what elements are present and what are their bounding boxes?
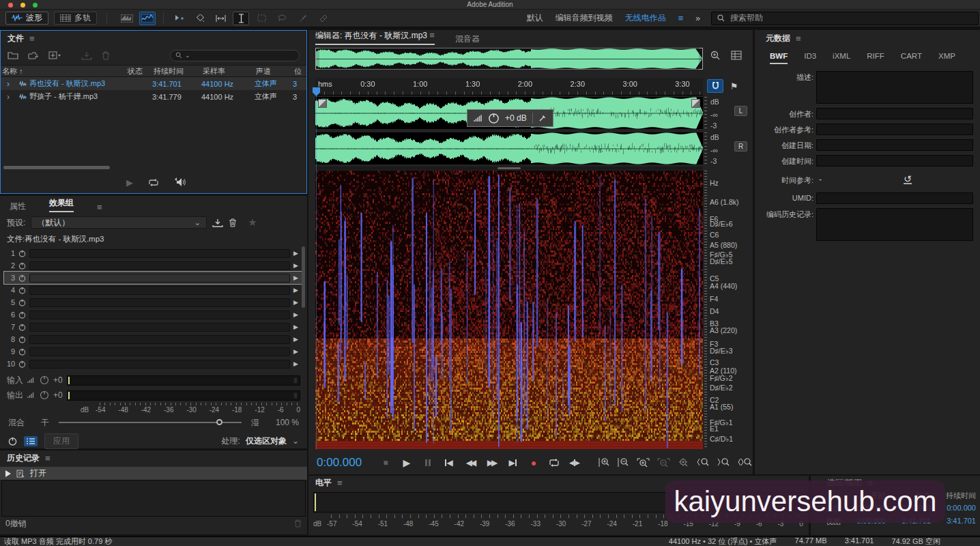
time-ref-reset-icon[interactable]: ↺ xyxy=(904,175,912,184)
create-date-field[interactable] xyxy=(816,139,973,151)
process-value[interactable]: 仅选区对象 xyxy=(246,435,287,447)
preset-select[interactable]: （默认） ⌄ xyxy=(31,216,207,229)
metadata-tab[interactable]: iXML xyxy=(833,52,850,64)
levels-panel-menu-icon[interactable]: ≡ xyxy=(337,478,343,488)
create-time-field[interactable] xyxy=(816,155,973,167)
effect-slot[interactable]: 6 ▶ xyxy=(4,308,303,321)
marker-flag-icon[interactable]: ⚑ xyxy=(730,81,738,91)
slot-arrow-icon[interactable]: ▶ xyxy=(293,250,300,257)
lasso-selection-tool[interactable] xyxy=(274,12,290,25)
editor-grid-icon[interactable] xyxy=(731,51,742,60)
zoom-in-right-edge-icon[interactable] xyxy=(717,457,730,468)
hud-gain-knob-icon[interactable] xyxy=(488,113,500,124)
zoom-in-left-edge-icon[interactable] xyxy=(697,457,710,468)
right-channel-button[interactable]: R xyxy=(734,141,747,152)
tab-mixer[interactable]: 混音器 xyxy=(455,33,480,45)
creator-field[interactable] xyxy=(816,108,973,119)
ibeam-tool[interactable] xyxy=(233,12,249,25)
history-panel-menu-icon[interactable]: ≡ xyxy=(45,453,51,463)
timeline-ruler[interactable]: hms 0:301:001:302:002:303:003:30 xyxy=(315,78,703,96)
zoom-reset-icon[interactable] xyxy=(678,457,689,468)
trash-icon[interactable] xyxy=(102,51,110,60)
rack-list-toggle-icon[interactable] xyxy=(24,436,38,446)
files-panel-menu-icon[interactable]: ≡ xyxy=(29,33,35,44)
output-gain-knob-icon[interactable] xyxy=(40,390,49,400)
effect-slot-field[interactable] xyxy=(29,311,290,319)
hud-gain-value[interactable]: +0 dB xyxy=(505,113,527,123)
divider-grip[interactable] xyxy=(498,167,521,169)
effect-slot-field[interactable] xyxy=(29,249,290,258)
power-toggle-icon[interactable] xyxy=(18,324,26,331)
effect-slot[interactable]: 9 ▶ xyxy=(4,345,303,358)
power-toggle-icon[interactable] xyxy=(18,360,26,368)
col-name[interactable]: 名称 ↑ xyxy=(1,66,126,76)
paintbrush-tool[interactable] xyxy=(294,12,311,25)
effect-slot[interactable]: 3 ▶ xyxy=(4,272,303,284)
zoom-out-full-icon[interactable] xyxy=(657,457,670,468)
slot-arrow-icon[interactable]: ▶ xyxy=(293,287,300,293)
stop-button[interactable]: ■ xyxy=(379,458,392,468)
snap-toggle-button[interactable] xyxy=(707,79,723,93)
col-duration[interactable]: 持续时间 xyxy=(152,66,201,76)
effect-slot[interactable]: 8 ▶ xyxy=(4,333,303,345)
hud-pin-icon[interactable] xyxy=(538,114,547,122)
rewind-button[interactable]: ◀◀ xyxy=(464,458,476,468)
col-bit[interactable]: 位 xyxy=(293,66,302,76)
creator-ref-field[interactable] xyxy=(816,124,973,135)
workspace-overflow-icon[interactable]: » xyxy=(695,14,699,23)
zoom-out-time-icon[interactable] xyxy=(618,457,629,468)
show-spectrum-toggle[interactable] xyxy=(139,12,156,25)
effect-slot[interactable]: 1 ▶ xyxy=(4,247,303,259)
spot-healing-tool[interactable] xyxy=(315,12,331,25)
rack-power-icon[interactable] xyxy=(8,437,17,446)
move-tool[interactable] xyxy=(171,12,188,25)
effect-slot[interactable]: 7 ▶ xyxy=(4,321,303,333)
spectral-frequency-display[interactable] xyxy=(315,171,703,449)
coding-history-field[interactable] xyxy=(816,208,973,241)
effect-slot[interactable]: 2 ▶ xyxy=(4,259,303,272)
metadata-tab[interactable]: BWF xyxy=(770,52,788,64)
files-search-input[interactable]: ⌄ xyxy=(170,50,300,61)
expand-chevron-icon[interactable]: › xyxy=(1,92,16,102)
skip-selection-button[interactable]: ◀▶ xyxy=(568,459,581,466)
col-samplerate[interactable]: 采样率 xyxy=(201,66,255,76)
auto-play-speaker-icon[interactable] xyxy=(174,177,186,187)
waveform-spectral-divider[interactable] xyxy=(315,167,703,170)
multitrack-view-button[interactable]: 多轨 xyxy=(54,12,97,25)
effect-slot-field[interactable] xyxy=(29,335,290,344)
left-channel-button[interactable]: L xyxy=(734,106,747,116)
tab-properties[interactable]: 属性 xyxy=(10,201,26,212)
metadata-tab[interactable]: ID3 xyxy=(804,52,816,64)
power-toggle-icon[interactable] xyxy=(18,274,26,282)
effect-slot[interactable]: 4 ▶ xyxy=(4,284,303,296)
hud-corner-icon[interactable] xyxy=(318,99,327,108)
effects-scrollbar[interactable] xyxy=(302,246,305,308)
time-selection-tool[interactable] xyxy=(212,12,229,25)
effect-slot-field[interactable] xyxy=(29,360,290,369)
editor-panel-menu-icon[interactable]: ≡ xyxy=(429,30,435,40)
waveform-right-channel[interactable] xyxy=(315,132,703,164)
pause-button[interactable] xyxy=(422,459,434,466)
power-toggle-icon[interactable] xyxy=(18,299,26,306)
workspace-default[interactable]: 默认 xyxy=(527,12,543,24)
save-icon[interactable] xyxy=(81,51,92,60)
power-toggle-icon[interactable] xyxy=(18,336,26,343)
metadata-panel-menu-icon[interactable]: ≡ xyxy=(796,33,801,44)
preview-play-button[interactable]: ▶ xyxy=(126,177,133,188)
effect-slot-field[interactable] xyxy=(29,323,290,332)
slot-arrow-icon[interactable]: ▶ xyxy=(293,348,300,355)
play-button[interactable]: ▶ xyxy=(401,457,413,468)
slot-arrow-icon[interactable]: ▶ xyxy=(293,336,300,343)
slot-arrow-icon[interactable]: ▶ xyxy=(293,262,300,269)
metadata-tab[interactable]: RIFF xyxy=(867,52,884,64)
input-gain-value[interactable]: +0 xyxy=(53,375,63,385)
workspace-radio[interactable]: 无线电作品 xyxy=(625,12,666,24)
slot-arrow-icon[interactable]: ▶ xyxy=(293,324,300,330)
effect-slot-field[interactable] xyxy=(29,286,290,295)
zoom-navigate-icon[interactable] xyxy=(710,51,721,61)
new-item-icon[interactable] xyxy=(48,51,61,59)
effects-panel-menu-icon[interactable]: ≡ xyxy=(97,202,102,212)
import-file-icon[interactable] xyxy=(28,51,39,59)
zoom-both-edges-icon[interactable] xyxy=(738,457,753,468)
power-toggle-icon[interactable] xyxy=(18,311,26,319)
